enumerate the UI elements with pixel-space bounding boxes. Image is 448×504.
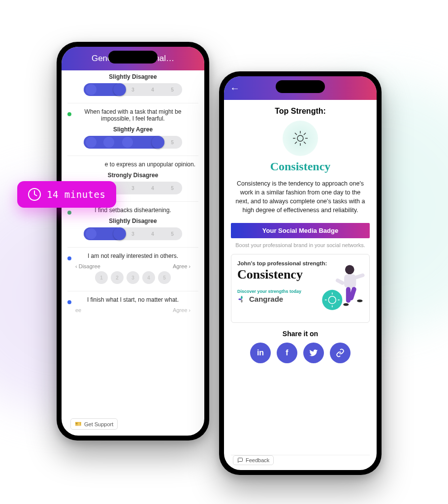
twitter-icon [309,348,318,357]
likert-slider[interactable]: 345 [84,227,182,240]
top-strength-label: Top Strength: [231,107,370,116]
question-row: I find setbacks disheartening. Slightly … [67,202,198,248]
svg-line-5 [295,133,297,135]
question-text: e to express an unpopular opinion. [67,161,198,168]
question-row: Slightly Disagree 345 [67,70,198,103]
question-text: I am not really interested in others. [67,252,198,259]
ticket-icon: 🎫 [75,421,82,427]
answer-label: Slightly Disagree [67,218,198,224]
question-row: When faced with a task that might be imp… [67,103,198,156]
clock-icon [28,188,41,201]
likert-empty[interactable]: 12345 [67,271,198,284]
answer-label: Slightly Disagree [67,73,198,80]
share-twitter-button[interactable] [303,343,324,363]
disagree-label: ee [75,307,81,313]
svg-point-0 [297,135,303,141]
share-link-button[interactable] [330,343,351,363]
svg-rect-16 [344,274,356,288]
svg-point-21 [343,303,349,306]
svg-point-15 [345,265,354,274]
svg-line-6 [304,142,306,144]
agree-label: Agree › [173,263,191,269]
get-support-button[interactable]: 🎫 Get Support [70,418,118,430]
notch [276,80,325,93]
chat-icon [237,457,243,463]
strength-description: Consistency is the tendency to approach … [231,179,370,215]
svg-line-8 [304,133,306,135]
likert-slider[interactable]: 345 [84,83,182,96]
phone-survey: General M Personal… Slightly Disagree 34… [57,42,209,441]
sun-icon [291,129,309,147]
likert-slider[interactable]: 5 [84,136,182,149]
strength-icon-wrap [283,121,318,156]
boost-text: Boost your professional brand in your so… [231,242,370,248]
question-row: I am not really interested in others. ‹ … [67,248,198,291]
status-dot [67,211,71,215]
disagree-label: ‹ Disagree [75,263,100,269]
strength-name: Consistency [231,160,370,173]
phone-report: ← Your eport Top Strength: Consistency [219,71,382,475]
badge-card: John's top professional strength: Consis… [231,254,370,323]
share-linkedin-button[interactable]: in [250,343,271,363]
question-text: When faced with a task that might be imp… [67,108,198,122]
svg-rect-19 [354,273,365,279]
badge-header: Your Social Media Badge [231,223,370,238]
cangrade-logo-icon [237,295,246,304]
back-icon[interactable]: ← [230,83,240,94]
duration-pill: 14 minutes [17,181,116,208]
status-dot [67,112,71,116]
status-dot [67,256,71,260]
share-facebook-button[interactable]: f [277,343,297,363]
duration-text: 14 minutes [47,189,105,200]
svg-point-22 [357,299,362,302]
share-label: Share it on [231,330,370,338]
agree-label: Agree › [173,307,191,313]
question-text: I find setbacks disheartening. [67,207,198,214]
status-dot [67,300,71,304]
question-row: I finish what I start, no matter what. e… [67,291,198,322]
svg-rect-20 [335,278,345,285]
link-icon [336,348,345,357]
notch [108,51,158,63]
person-illustration [310,261,365,316]
feedback-button[interactable]: Feedback [233,455,274,465]
question-text: I finish what I start, no matter what. [67,296,198,303]
answer-label: Strongly Disagree [67,172,198,179]
svg-line-7 [295,142,297,144]
answer-label: Slightly Agree [67,126,198,133]
